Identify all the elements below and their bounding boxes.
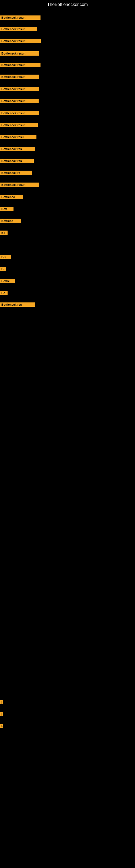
bottleneck-badge: Bottleneck result [0, 51, 39, 56]
bottleneck-badge: Bottlene [0, 219, 21, 223]
bottleneck-badge: Bottleneck result [0, 74, 39, 79]
bottleneck-badge: Bottleneck res [0, 303, 35, 307]
bottleneck-badge: Bottleneck result [0, 27, 37, 31]
bottleneck-badge: Bottleneck result [0, 16, 41, 20]
bottleneck-badge: Bottleneck resu [0, 135, 37, 139]
bottleneck-badge: Bottleneck re [0, 170, 32, 175]
bottleneck-badge: Bottleneck result [0, 63, 41, 67]
bottleneck-badge: Bot [0, 255, 11, 259]
bottleneck-badge: Bottleneck result [0, 183, 39, 187]
bottleneck-badge: Bottleneck res [0, 147, 35, 151]
bottleneck-badge: | [0, 700, 3, 704]
bottleneck-badge: Bottleneck result [0, 111, 39, 115]
bottleneck-badge: Bottleneck result [0, 123, 38, 127]
bottleneck-badge: B [0, 267, 6, 271]
bottleneck-badge: Bottlenec [0, 195, 23, 199]
bottleneck-badge: Bo [0, 230, 8, 235]
bottleneck-badge: Bott [0, 207, 13, 211]
bottleneck-badge: | [0, 712, 3, 716]
bottleneck-badge: Bottleneck result [0, 99, 39, 103]
bottleneck-badge: Bo [0, 291, 8, 295]
bottleneck-badge: Bottleneck result [0, 87, 39, 91]
bottleneck-badge: Bottleneck res [0, 159, 34, 163]
bottleneck-badge: E [0, 724, 3, 728]
bottleneck-badge: Bottleneck result [0, 39, 41, 43]
bottleneck-badge: Bottle [0, 279, 15, 283]
